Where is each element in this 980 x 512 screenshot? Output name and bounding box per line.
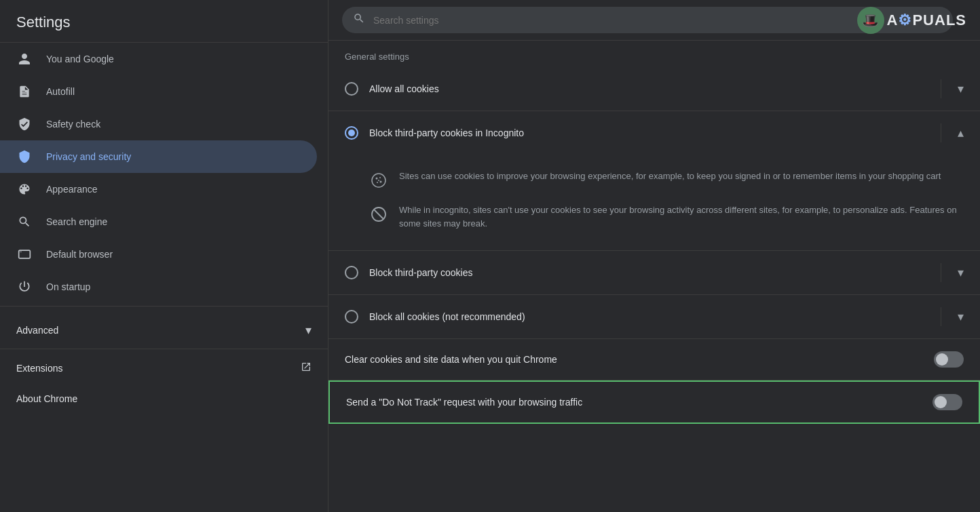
cookie-info-text-2: While in incognito, sites can't use your… — [399, 203, 964, 230]
toggle-clear-cookies: Clear cookies and site data when you qui… — [328, 339, 980, 380]
option-block-all-cookies: Block all cookies (not recommended) ▾ — [328, 295, 980, 339]
sidebar-divider-2 — [0, 349, 328, 349]
sidebar-item-autofill[interactable]: Autofill — [0, 75, 317, 108]
person-icon — [16, 51, 33, 67]
radio-block-all-cookies[interactable] — [345, 310, 358, 323]
logo-text: A⚙PUALS — [887, 12, 966, 29]
section-title: General settings — [328, 41, 980, 67]
sidebar-item-about-chrome[interactable]: About Chrome — [0, 384, 328, 414]
sidebar-item-extensions[interactable]: Extensions — [0, 352, 328, 384]
settings-content: General settings Allow all cookies ▾ Blo… — [328, 41, 980, 512]
cookie-icon — [369, 171, 388, 190]
logo-area: 🎩 A⚙PUALS — [857, 7, 966, 34]
radio-block-third-party-cookies[interactable] — [345, 266, 358, 279]
sidebar-label-you-and-google: You and Google — [46, 54, 114, 64]
cookie-info-row-2: While in incognito, sites can't use your… — [369, 197, 964, 237]
sidebar-item-privacy-and-security[interactable]: Privacy and security — [0, 140, 317, 173]
block-incognito-chevron-icon: ▴ — [958, 125, 964, 140]
option-block-all-cookies-header[interactable]: Block all cookies (not recommended) ▾ — [328, 295, 980, 338]
cookie-info-text-1: Sites can use cookies to improve your br… — [399, 170, 941, 183]
sidebar-divider — [0, 306, 328, 307]
advanced-label: Advanced — [16, 325, 58, 336]
option-block-third-party-cookies-header[interactable]: Block third-party cookies ▾ — [328, 251, 980, 294]
default-browser-icon — [16, 246, 33, 262]
svg-point-5 — [380, 181, 382, 183]
divider-vert-4 — [941, 307, 941, 326]
extensions-label: Extensions — [16, 363, 62, 374]
sidebar-label-on-startup: On startup — [46, 281, 90, 292]
search-engine-icon — [16, 214, 33, 230]
divider-vert-3 — [941, 263, 941, 282]
advanced-chevron-icon: ▾ — [305, 323, 312, 338]
clear-cookies-label: Clear cookies and site data when you qui… — [345, 354, 923, 365]
option-block-third-party-incognito-label: Block third-party cookies in Incognito — [369, 127, 924, 138]
option-block-all-cookies-label: Block all cookies (not recommended) — [369, 311, 924, 322]
do-not-track-toggle[interactable] — [932, 394, 962, 410]
sidebar-label-search-engine: Search engine — [46, 216, 107, 227]
sidebar-label-autofill: Autofill — [46, 86, 75, 97]
sidebar-label-appearance: Appearance — [46, 184, 98, 195]
external-link-icon — [301, 361, 312, 374]
svg-point-7 — [378, 180, 379, 181]
svg-rect-1 — [20, 252, 22, 252]
clear-cookies-toggle[interactable] — [934, 351, 964, 368]
search-icon — [353, 12, 365, 28]
option-block-third-party-incognito-header[interactable]: Block third-party cookies in Incognito ▴ — [328, 111, 980, 155]
about-chrome-label: About Chrome — [16, 393, 77, 404]
do-not-track-label: Send a "Do Not Track" request with your … — [346, 397, 922, 408]
appearance-icon — [16, 181, 33, 197]
svg-point-6 — [377, 182, 378, 183]
svg-line-9 — [375, 210, 383, 219]
sidebar-label-privacy-and-security: Privacy and security — [46, 151, 131, 162]
sidebar-item-safety-check[interactable]: Safety check — [0, 108, 317, 140]
sidebar-item-appearance[interactable]: Appearance — [0, 173, 317, 205]
sidebar-item-default-browser[interactable]: Default browser — [0, 238, 317, 271]
radio-allow-all-cookies[interactable] — [345, 82, 358, 96]
topbar: 🎩 A⚙PUALS — [328, 0, 980, 41]
sidebar-item-search-engine[interactable]: Search engine — [0, 205, 317, 238]
sidebar-label-default-browser: Default browser — [46, 249, 113, 260]
radio-block-third-party-incognito[interactable] — [345, 126, 358, 140]
on-startup-icon — [16, 279, 33, 295]
option-allow-all-cookies-label: Allow all cookies — [369, 83, 924, 94]
option-block-third-party-incognito: Block third-party cookies in Incognito ▴… — [328, 111, 980, 251]
svg-point-3 — [376, 178, 378, 180]
sidebar-item-you-and-google[interactable]: You and Google — [0, 43, 317, 75]
block-third-party-chevron-icon: ▾ — [958, 265, 964, 280]
option-allow-all-cookies: Allow all cookies ▾ — [328, 67, 980, 111]
safety-check-icon — [16, 116, 33, 132]
sidebar-advanced[interactable]: Advanced ▾ — [0, 315, 328, 346]
sidebar-label-safety-check: Safety check — [46, 119, 100, 130]
toggle-do-not-track: Send a "Do Not Track" request with your … — [328, 380, 980, 424]
divider-vert — [941, 79, 941, 98]
sidebar-item-on-startup[interactable]: On startup — [0, 271, 317, 303]
autofill-icon — [16, 83, 33, 100]
block-all-chevron-icon: ▾ — [958, 309, 964, 324]
block-incognito-expanded: Sites can use cookies to improve your br… — [328, 155, 980, 250]
option-block-third-party-cookies-label: Block third-party cookies — [369, 267, 924, 278]
cookie-info-row-1: Sites can use cookies to improve your br… — [369, 163, 964, 197]
logo-icon: 🎩 — [857, 7, 884, 34]
svg-point-4 — [379, 177, 381, 178]
sidebar-title: Settings — [0, 0, 328, 43]
option-block-third-party-cookies: Block third-party cookies ▾ — [328, 251, 980, 295]
option-allow-all-cookies-header[interactable]: Allow all cookies ▾ — [328, 67, 980, 111]
divider-vert-2 — [941, 123, 941, 142]
allow-all-chevron-icon: ▾ — [958, 81, 964, 96]
privacy-security-icon — [16, 149, 33, 165]
sidebar: Settings You and Google Autofill Safety … — [0, 0, 328, 512]
blocked-icon — [369, 205, 388, 224]
main-content: 🎩 A⚙PUALS General settings Allow all coo… — [328, 0, 980, 512]
